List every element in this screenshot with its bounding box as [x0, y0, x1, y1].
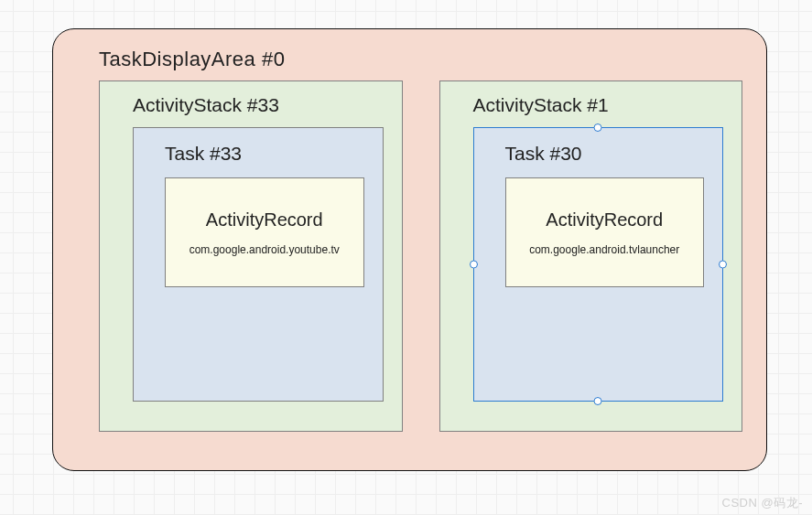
activity-record-title: ActivityRecord [546, 209, 663, 231]
task-display-area: TaskDisplayArea #0 ActivityStack #33 Tas… [52, 28, 767, 471]
resize-handle-icon[interactable] [594, 123, 602, 132]
display-area-title: TaskDisplayArea #0 [99, 48, 742, 71]
resize-handle-icon[interactable] [719, 261, 727, 269]
watermark: CSDN @码龙- [722, 495, 803, 511]
resize-handle-icon[interactable] [594, 397, 602, 405]
task-title: Task #30 [505, 143, 705, 165]
activity-record-title: ActivityRecord [206, 209, 323, 231]
task-1[interactable]: Task #30 ActivityRecord com.google.andro… [473, 127, 724, 402]
activity-record-package: com.google.android.youtube.tv [189, 243, 340, 256]
activity-stack-title: ActivityStack #1 [473, 94, 724, 116]
activity-stack-0: ActivityStack #33 Task #33 ActivityRecor… [99, 80, 403, 432]
task-0[interactable]: Task #33 ActivityRecord com.google.andro… [133, 127, 384, 402]
stacks-row: ActivityStack #33 Task #33 ActivityRecor… [99, 80, 742, 432]
activity-stack-title: ActivityStack #33 [133, 94, 384, 116]
activity-record-0: ActivityRecord com.google.android.youtub… [165, 177, 364, 287]
resize-handle-icon[interactable] [470, 261, 478, 269]
activity-record-package: com.google.android.tvlauncher [529, 243, 679, 256]
activity-record-1: ActivityRecord com.google.android.tvlaun… [505, 177, 705, 287]
task-title: Task #33 [165, 143, 364, 165]
activity-stack-1: ActivityStack #1 Task #30 ActivityRecord… [439, 80, 743, 432]
